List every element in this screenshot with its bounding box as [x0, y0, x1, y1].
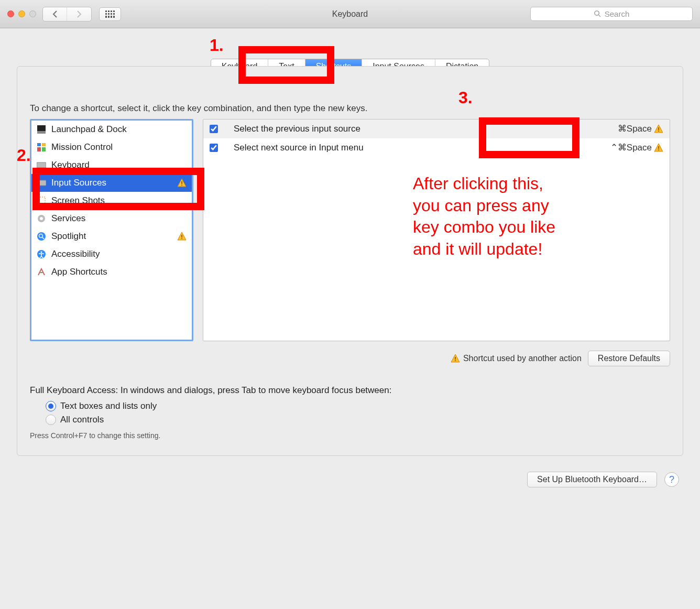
- category-label: Launchpad & Dock: [51, 124, 127, 135]
- zoom-window-button[interactable]: [29, 10, 36, 17]
- category-label: Accessibility: [51, 249, 100, 259]
- svg-text:!: !: [658, 145, 660, 151]
- svg-rect-4: [37, 143, 41, 146]
- restore-defaults-button[interactable]: Restore Defaults: [588, 351, 670, 366]
- svg-point-19: [41, 252, 42, 253]
- category-accessibility[interactable]: Accessibility: [31, 245, 192, 263]
- category-label: Screen Shots: [51, 195, 105, 206]
- fka-hint: Press Control+F7 to change this setting.: [30, 431, 670, 440]
- warning-icon: !: [177, 232, 187, 241]
- radio-unselected-icon: [46, 415, 56, 425]
- fka-option-textboxes[interactable]: Text boxes and lists only: [46, 401, 670, 411]
- svg-text:!: !: [658, 126, 660, 133]
- category-label: Keyboard: [51, 160, 90, 170]
- screenshot-icon: [37, 196, 46, 205]
- category-app-shortcuts[interactable]: App Shortcuts: [31, 263, 192, 281]
- category-spotlight[interactable]: Spotlight !: [31, 227, 192, 245]
- shortcut-list[interactable]: Select the previous input source ⌘Space …: [203, 119, 670, 341]
- spotlight-icon: [37, 232, 46, 241]
- svg-rect-11: [38, 197, 45, 204]
- warning-icon: !: [654, 143, 663, 153]
- app-shortcuts-icon: [37, 267, 46, 277]
- gear-icon: [37, 214, 46, 223]
- fka-option-all-controls[interactable]: All controls: [46, 415, 670, 425]
- annotation-number-1: 1.: [210, 36, 224, 55]
- keyboard-icon: [37, 160, 46, 170]
- svg-point-0: [595, 11, 599, 15]
- bottom-row: Set Up Bluetooth Keyboard… ?: [17, 472, 683, 487]
- search-icon: [594, 10, 601, 18]
- category-mission-control[interactable]: Mission Control: [31, 138, 192, 156]
- keyboard-icon: [37, 178, 46, 188]
- setup-bluetooth-keyboard-button[interactable]: Set Up Bluetooth Keyboard…: [527, 472, 657, 487]
- svg-line-1: [598, 15, 600, 17]
- search-placeholder: Search: [605, 9, 630, 18]
- accessibility-icon: [37, 249, 46, 259]
- shortcut-row[interactable]: Select the previous input source ⌘Space …: [203, 119, 670, 138]
- svg-rect-8: [37, 162, 46, 168]
- warning-icon: !: [177, 178, 187, 188]
- shortcuts-panel: To change a shortcut, select it, click t…: [17, 66, 683, 456]
- category-label: Services: [51, 213, 85, 224]
- shortcut-enabled-checkbox[interactable]: [210, 144, 218, 152]
- search-input[interactable]: Search: [530, 7, 693, 21]
- svg-rect-9: [37, 180, 46, 186]
- panel-hint: To change a shortcut, select it, click t…: [30, 103, 670, 114]
- close-window-button[interactable]: [7, 10, 14, 17]
- forward-button[interactable]: [67, 7, 91, 21]
- shortcut-keys[interactable]: ⌘Space !: [618, 123, 663, 134]
- radio-selected-icon: [46, 401, 56, 411]
- mission-control-icon: [37, 143, 46, 152]
- category-launchpad-dock[interactable]: Launchpad & Dock: [31, 121, 192, 138]
- svg-text:!: !: [454, 356, 456, 362]
- window-titlebar: Keyboard Search: [0, 0, 700, 28]
- show-all-prefs-button[interactable]: [99, 7, 121, 21]
- category-label: Input Sources: [51, 178, 106, 188]
- category-screen-shots[interactable]: Screen Shots: [31, 192, 192, 210]
- svg-point-14: [37, 232, 46, 241]
- chevron-right-icon: [76, 10, 82, 18]
- back-button[interactable]: [43, 7, 67, 21]
- fka-title: Full Keyboard Access: In windows and dia…: [30, 385, 670, 396]
- svg-rect-5: [42, 143, 46, 146]
- svg-text:!: !: [181, 180, 183, 187]
- svg-text:!: !: [181, 234, 183, 240]
- conflict-label: Shortcut used by another action: [463, 354, 582, 363]
- shortcut-enabled-checkbox[interactable]: [210, 125, 218, 133]
- dock-icon: [37, 125, 46, 134]
- category-services[interactable]: Services: [31, 210, 192, 227]
- grid-icon: [105, 10, 115, 18]
- category-label: Spotlight: [51, 231, 86, 242]
- shortcut-description: Select next source in Input menu: [234, 143, 610, 153]
- svg-point-13: [40, 217, 43, 220]
- svg-rect-3: [37, 131, 46, 134]
- shortcut-row[interactable]: Select next source in Input menu ⌃⌘Space…: [203, 138, 670, 157]
- warning-icon: !: [451, 354, 460, 363]
- conflict-footer: ! Shortcut used by another action Restor…: [30, 351, 670, 366]
- fka-option-label: Text boxes and lists only: [60, 401, 157, 411]
- category-keyboard[interactable]: Keyboard: [31, 156, 192, 174]
- category-label: App Shortcuts: [51, 267, 107, 277]
- category-label: Mission Control: [51, 142, 113, 153]
- shortcut-description: Select the previous input source: [234, 124, 618, 134]
- warning-icon: !: [654, 124, 663, 134]
- shortcut-keys[interactable]: ⌃⌘Space !: [610, 142, 663, 153]
- category-input-sources[interactable]: Input Sources !: [31, 174, 192, 192]
- svg-rect-7: [42, 147, 46, 151]
- nav-buttons: [42, 7, 92, 21]
- help-button[interactable]: ?: [664, 472, 679, 487]
- traffic-lights: [7, 10, 36, 17]
- fka-option-label: All controls: [60, 415, 104, 425]
- category-list[interactable]: Launchpad & Dock Mission Control Keyboar…: [30, 119, 193, 341]
- svg-rect-6: [37, 147, 41, 151]
- minimize-window-button[interactable]: [18, 10, 25, 17]
- chevron-left-icon: [52, 10, 58, 18]
